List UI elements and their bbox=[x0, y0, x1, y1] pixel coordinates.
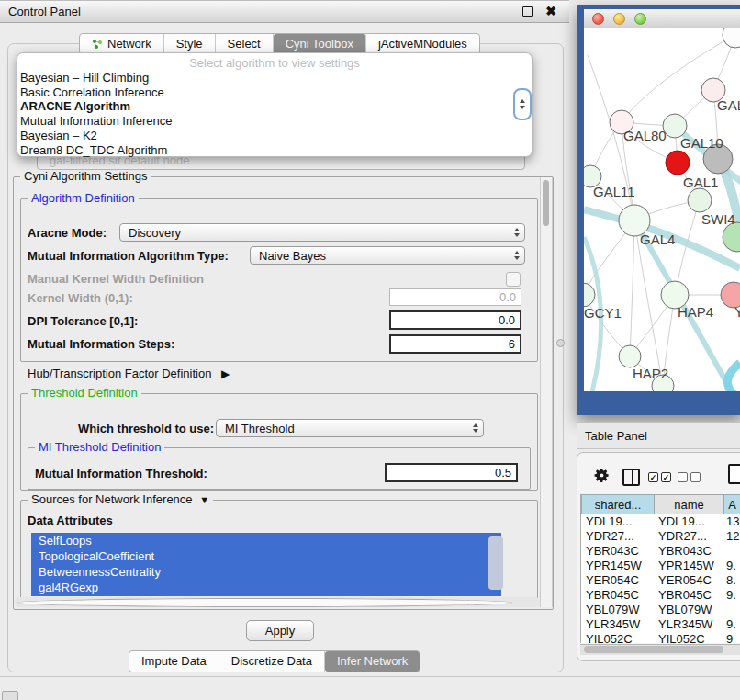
table-hscrollbar[interactable] bbox=[580, 644, 740, 655]
node-label: GCY1 bbox=[584, 305, 622, 321]
hub-definition-expander[interactable]: Hub/Transcription Factor Definition ▶ bbox=[28, 367, 230, 380]
network-window[interactable]: GAL80 GAL10 GAL1 GAL11 SWI4 GAL4 GCY1 HA… bbox=[577, 5, 740, 415]
cyni-settings-title: Cyni Algorithm Settings bbox=[20, 170, 151, 183]
algorithm-options: Bayesian – Hill Climbing Basic Correlati… bbox=[17, 71, 532, 157]
select-all-icon[interactable]: ✓ ✓ bbox=[648, 472, 671, 482]
algorithm-option[interactable]: Dream8 DC_TDC Algorithm bbox=[17, 143, 532, 158]
node-label: SWI4 bbox=[701, 211, 735, 227]
kernel-width-field[interactable]: 0.0 bbox=[389, 288, 521, 306]
list-item[interactable]: gal4RGexp bbox=[31, 580, 501, 595]
bottom-tab-bar: Impute Data Discretize Data Infer Networ… bbox=[129, 650, 420, 672]
network-icon bbox=[92, 39, 103, 50]
apply-button[interactable]: Apply bbox=[246, 620, 314, 641]
tab-jactivemnodules[interactable]: jActiveMNodules bbox=[366, 34, 479, 54]
aracne-mode-combo[interactable]: Discovery bbox=[119, 223, 525, 242]
control-panel-title: Control Panel bbox=[0, 5, 81, 18]
table-row[interactable]: YDL19... YDL19... 13 bbox=[581, 514, 740, 529]
node-label: Y bbox=[734, 304, 740, 320]
settings-vscrollbar[interactable] bbox=[540, 177, 553, 607]
traffic-light-minimize-icon[interactable] bbox=[613, 13, 625, 25]
splitter-handle[interactable] bbox=[556, 339, 565, 347]
algorithm-option[interactable]: Bayesian – K2 bbox=[17, 129, 532, 143]
algorithm-option-selected[interactable]: ARACNE Algorithm bbox=[17, 99, 532, 114]
manual-kernel-checkbox[interactable] bbox=[506, 272, 521, 287]
table-panel-titlebar: Table Panel bbox=[577, 422, 740, 449]
table-row[interactable]: YIL052C YIL052C 9 bbox=[581, 632, 740, 643]
network-graph[interactable]: GAL80 GAL10 GAL1 GAL11 SWI4 GAL4 GCY1 HA… bbox=[584, 28, 740, 391]
kernel-width-label: Kernel Width (0,1): bbox=[28, 291, 133, 305]
float-icon[interactable] bbox=[522, 6, 533, 17]
tab-network[interactable]: Network bbox=[80, 34, 164, 54]
list-scrollbar-thumb[interactable] bbox=[488, 536, 503, 590]
combo-arrows-icon bbox=[514, 247, 520, 264]
node-label: HAP2 bbox=[633, 366, 668, 381]
tab-discretize-data[interactable]: Discretize Data bbox=[219, 651, 325, 672]
network-node[interactable] bbox=[723, 28, 740, 48]
table-row[interactable]: YDR27... YDR27... 12 bbox=[581, 529, 740, 544]
table-row[interactable]: YBL079W YBL079W bbox=[581, 603, 740, 617]
table-row[interactable]: YBR045C YBR045C 9. bbox=[581, 588, 740, 603]
table-row[interactable]: YBR043C YBR043C bbox=[581, 544, 740, 559]
corner-icon[interactable] bbox=[2, 691, 18, 700]
tab-style[interactable]: Style bbox=[164, 34, 216, 54]
traffic-light-zoom-icon[interactable] bbox=[634, 13, 646, 25]
spinner-down-icon bbox=[520, 106, 525, 109]
network-node[interactable] bbox=[584, 283, 595, 307]
mi-threshold-field[interactable]: 0.5 bbox=[385, 463, 518, 482]
threshold-group-title: Threshold Definition bbox=[28, 387, 141, 400]
deselect-all-icon[interactable] bbox=[678, 472, 701, 482]
focused-combo-fragment[interactable] bbox=[513, 88, 532, 120]
list-item[interactable]: TopologicalCoefficient bbox=[31, 548, 501, 564]
node-table[interactable]: shared... name A YDL19... YDL19... 13 YD… bbox=[580, 494, 740, 643]
collapse-arrow-icon: ▼ bbox=[196, 494, 209, 505]
columns-icon[interactable] bbox=[622, 469, 640, 486]
table-row[interactable]: YPR145W YPR145W 9. bbox=[581, 559, 740, 573]
mi-type-combo[interactable]: Naive Bayes bbox=[250, 246, 525, 265]
vscrollbar-thumb[interactable] bbox=[543, 180, 549, 226]
combo-arrows-icon bbox=[473, 420, 478, 436]
sources-group-title[interactable]: Sources for Network Inference ▼ bbox=[28, 493, 213, 506]
table-row[interactable]: YLR345W YLR345W 9. bbox=[581, 617, 740, 632]
dpi-tolerance-field[interactable]: 0.0 bbox=[389, 310, 521, 330]
network-node[interactable] bbox=[619, 345, 641, 367]
algorithm-dropdown: Select algorithm to view settings Bayesi… bbox=[17, 52, 533, 157]
node-label: HAP4 bbox=[678, 304, 713, 320]
close-icon[interactable]: ✖ bbox=[545, 4, 556, 18]
tab-select[interactable]: Select bbox=[216, 34, 274, 54]
node-label: GAL11 bbox=[593, 184, 635, 199]
aracne-mode-label: Aracne Mode: bbox=[28, 226, 107, 240]
table-row[interactable]: YER054C YER054C 8. bbox=[581, 573, 740, 588]
node-label: GAL4 bbox=[640, 231, 675, 247]
network-canvas[interactable]: GAL80 GAL10 GAL1 GAL11 SWI4 GAL4 GCY1 HA… bbox=[584, 28, 740, 391]
table-header-row: shared... name A bbox=[581, 494, 740, 514]
expander-arrow-icon: ▶ bbox=[215, 367, 230, 380]
which-threshold-combo[interactable]: MI Threshold bbox=[216, 419, 484, 437]
file-icon[interactable] bbox=[728, 464, 740, 484]
traffic-light-close-icon[interactable] bbox=[592, 13, 604, 25]
attributes-list: SelfLoops TopologicalCoefficient Between… bbox=[31, 533, 501, 596]
column-header-partial[interactable]: A bbox=[724, 494, 740, 514]
settings-hscrollbar[interactable] bbox=[15, 597, 540, 607]
list-item[interactable]: SelfLoops bbox=[31, 533, 501, 548]
algorithm-option[interactable]: Mutual Information Inference bbox=[17, 114, 532, 129]
mi-steps-field[interactable]: 6 bbox=[389, 334, 521, 354]
dpi-tolerance-label: DPI Tolerance [0,1]: bbox=[28, 314, 138, 328]
network-node[interactable] bbox=[688, 188, 712, 212]
gear-icon[interactable] bbox=[593, 467, 611, 484]
table-hscrollbar-thumb[interactable] bbox=[584, 646, 723, 653]
list-item[interactable]: BetweennessCentrality bbox=[31, 564, 501, 580]
tab-impute-data[interactable]: Impute Data bbox=[129, 651, 219, 672]
table-panel-title: Table Panel bbox=[577, 429, 647, 443]
tab-infer-network[interactable]: Infer Network bbox=[325, 651, 420, 672]
column-header-shared-name[interactable]: shared... bbox=[581, 494, 655, 514]
network-titlebar[interactable] bbox=[584, 9, 740, 29]
algorithm-option[interactable]: Bayesian – Hill Climbing bbox=[17, 71, 532, 85]
mi-steps-label: Mutual Information Steps: bbox=[28, 337, 174, 351]
node-labels: GAL80 GAL10 GAL1 GAL11 SWI4 GAL4 GCY1 HA… bbox=[584, 97, 740, 381]
hscrollbar-thumb[interactable] bbox=[17, 598, 512, 607]
column-header-name[interactable]: name bbox=[655, 494, 724, 514]
tab-cyni-toolbox[interactable]: Cyni Toolbox bbox=[274, 34, 366, 54]
mi-type-label: Mutual Information Algorithm Type: bbox=[28, 249, 229, 263]
network-node[interactable] bbox=[666, 151, 690, 175]
algorithm-option[interactable]: Basic Correlation Inference bbox=[17, 85, 532, 100]
